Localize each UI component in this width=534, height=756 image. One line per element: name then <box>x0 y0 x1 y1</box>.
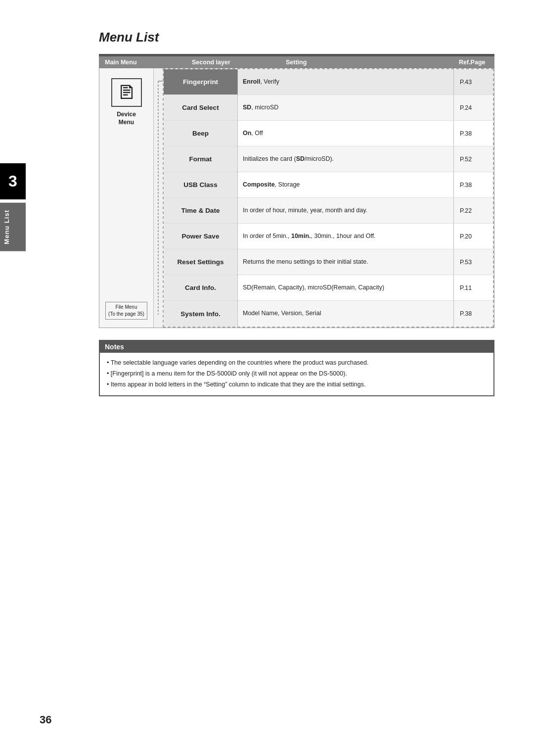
dashed-menu-area: Fingerprint Enroll, Verify P.43 Card Sel… <box>163 68 494 328</box>
header-ref-page: Ref.Page <box>455 59 494 66</box>
menu-item-ref-power-save: P.20 <box>453 224 493 249</box>
menu-row-system-info: System Info. Model Name, Version, Serial… <box>164 301 493 327</box>
menu-row-power-save: Power Save In order of 5min., 10min., 30… <box>164 224 493 249</box>
section-title: Menu List <box>99 30 494 45</box>
menu-item-ref-system-info: P.38 <box>453 301 493 327</box>
menu-row-fingerprint: Fingerprint Enroll, Verify P.43 <box>164 69 493 95</box>
menu-row-format: Format Initializes the card (SD/microSD)… <box>164 146 493 172</box>
page-container: 3 Menu List Menu List Main Menu Second l… <box>0 0 534 756</box>
device-menu-label: Device Menu <box>117 111 136 126</box>
header-setting: Setting <box>282 59 455 66</box>
menu-item-ref-card-info: P.11 <box>453 275 493 300</box>
menu-item-name-time-date: Time & Date <box>164 198 238 223</box>
menu-item-name-card-select: Card Select <box>164 95 238 120</box>
menu-row-time-date: Time & Date In order of hour, minute, ye… <box>164 198 493 224</box>
menu-item-name-fingerprint: Fingerprint <box>164 69 238 94</box>
notes-header: Notes <box>100 341 493 353</box>
menu-item-name-beep: Beep <box>164 121 238 146</box>
connector-svg <box>154 68 163 328</box>
menu-item-ref-time-date: P.22 <box>453 198 493 223</box>
note-item-2: [Fingerprint] is a menu item for the DS-… <box>107 369 487 378</box>
menu-item-setting-power-save: In order of 5min., 10min., 30min., 1hour… <box>238 224 453 249</box>
menu-item-name-card-info: Card Info. <box>164 275 238 300</box>
device-menu-column: 🖹 Device Menu File Menu (To the page 35) <box>99 68 154 328</box>
page-number: 36 <box>40 713 51 726</box>
menu-row-beep: Beep On, Off P.38 <box>164 121 493 146</box>
menu-item-setting-reset-settings: Returns the menu settings to their initi… <box>238 249 453 275</box>
file-menu-box: File Menu (To the page 35) <box>105 302 147 320</box>
table-header: Main Menu Second layer Setting Ref.Page <box>99 56 494 68</box>
notes-body: The selectable language varies depending… <box>100 353 493 395</box>
menu-item-name-power-save: Power Save <box>164 224 238 249</box>
menu-item-setting-format: Initializes the card (SD/microSD). <box>238 146 453 172</box>
menu-item-setting-card-select: SD, microSD <box>238 95 453 120</box>
menu-row-card-info: Card Info. SD(Remain, Capacity), microSD… <box>164 275 493 301</box>
menu-item-setting-fingerprint: Enroll, Verify <box>238 69 453 94</box>
menu-row-usb-class: USB Class Composite, Storage P.38 <box>164 172 493 198</box>
menu-item-setting-system-info: Model Name, Version, Serial <box>238 301 453 327</box>
chapter-label: Menu List <box>0 203 26 251</box>
menu-item-name-usb-class: USB Class <box>164 172 238 197</box>
notes-section: Notes The selectable language varies dep… <box>99 340 494 396</box>
note-item-3: Items appear in bold letters in the “Set… <box>107 379 487 389</box>
menu-item-setting-time-date: In order of hour, minute, year, month an… <box>238 198 453 223</box>
note-item-1: The selectable language varies depending… <box>107 358 487 368</box>
menu-item-setting-usb-class: Composite, Storage <box>238 172 453 197</box>
header-second-layer: Second layer <box>188 59 282 66</box>
menu-row-card-select: Card Select SD, microSD P.24 <box>164 95 493 121</box>
chapter-number: 3 <box>0 163 26 199</box>
menu-item-ref-reset-settings: P.53 <box>453 249 493 275</box>
connector-area <box>154 68 163 328</box>
menu-item-ref-usb-class: P.38 <box>453 172 493 197</box>
device-menu-icon: 🖹 <box>111 78 142 107</box>
menu-item-name-format: Format <box>164 146 238 172</box>
menu-item-ref-card-select: P.24 <box>453 95 493 120</box>
header-main-menu: Main Menu <box>99 59 188 66</box>
menu-item-ref-format: P.52 <box>453 146 493 172</box>
menu-body: 🖹 Device Menu File Menu (To the page 35) <box>99 68 494 328</box>
menu-item-name-system-info: System Info. <box>164 301 238 327</box>
menu-item-setting-card-info: SD(Remain, Capacity), microSD(Remain, Ca… <box>238 275 453 300</box>
menu-item-setting-beep: On, Off <box>238 121 453 146</box>
menu-item-name-reset-settings: Reset Settings <box>164 249 238 275</box>
menu-row-reset-settings: Reset Settings Returns the menu settings… <box>164 249 493 275</box>
menu-table: Main Menu Second layer Setting Ref.Page … <box>99 56 494 328</box>
menu-item-ref-beep: P.38 <box>453 121 493 146</box>
menu-item-ref-fingerprint: P.43 <box>453 69 493 94</box>
